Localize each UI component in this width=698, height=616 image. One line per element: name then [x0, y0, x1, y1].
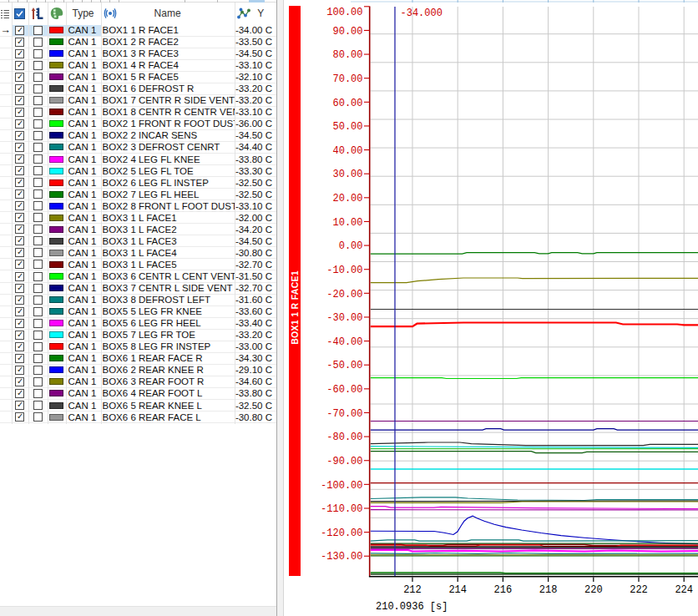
- measure-checkbox[interactable]: [15, 143, 24, 152]
- signal-color-swatch[interactable]: [49, 132, 63, 139]
- signal-color-swatch[interactable]: [49, 85, 63, 92]
- signal-color-swatch[interactable]: [49, 179, 63, 186]
- signal-color-swatch[interactable]: [49, 320, 63, 326]
- display-checkbox[interactable]: [33, 96, 43, 105]
- signal-traces[interactable]: [371, 253, 698, 574]
- display-checkbox[interactable]: [33, 236, 43, 245]
- measure-checkbox[interactable]: [15, 131, 24, 140]
- signal-color-swatch[interactable]: [49, 38, 63, 45]
- display-checkbox[interactable]: [33, 389, 43, 398]
- display-checkbox[interactable]: [33, 38, 43, 47]
- display-checkbox[interactable]: [33, 178, 43, 187]
- signal-color-swatch[interactable]: [49, 308, 63, 315]
- signal-color-swatch[interactable]: [49, 109, 63, 115]
- measure-checkbox[interactable]: [15, 366, 24, 375]
- display-checkbox[interactable]: [33, 354, 43, 363]
- display-checkbox[interactable]: [33, 49, 43, 58]
- measure-checkbox[interactable]: [15, 331, 24, 340]
- measure-checkbox[interactable]: [15, 119, 24, 129]
- measure-checkbox[interactable]: [15, 108, 24, 117]
- display-checkbox[interactable]: [33, 213, 43, 222]
- display-checkbox[interactable]: [33, 131, 43, 140]
- signal-color-swatch[interactable]: [49, 120, 63, 127]
- measure-column-header[interactable]: [12, 3, 28, 25]
- display-checkbox[interactable]: [33, 166, 43, 175]
- display-checkbox[interactable]: [33, 319, 43, 328]
- display-checkbox[interactable]: [33, 295, 43, 305]
- measure-checkbox[interactable]: [15, 49, 24, 58]
- display-checkbox[interactable]: [33, 108, 43, 117]
- display-checkbox[interactable]: [33, 73, 43, 82]
- measure-checkbox[interactable]: [15, 73, 24, 82]
- signal-plot[interactable]: 100.0090.0080.0070.0060.0050.0040.0030.0…: [284, 0, 698, 616]
- signal-color-swatch[interactable]: [49, 378, 63, 385]
- measure-checkbox[interactable]: [15, 260, 24, 269]
- measure-checkbox[interactable]: [15, 401, 24, 410]
- type-column-header[interactable]: Type: [66, 3, 101, 25]
- signal-color-swatch[interactable]: [49, 226, 63, 233]
- row-chooser-header[interactable]: [0, 3, 12, 25]
- display-checkbox[interactable]: [33, 401, 43, 410]
- display-checkbox[interactable]: [33, 143, 43, 152]
- measure-checkbox[interactable]: [15, 201, 24, 210]
- measure-checkbox[interactable]: [15, 284, 24, 293]
- signal-color-swatch[interactable]: [49, 390, 63, 396]
- signal-color-swatch[interactable]: [49, 191, 63, 198]
- measure-checkbox[interactable]: [15, 248, 24, 257]
- signal-color-swatch[interactable]: [49, 296, 63, 303]
- signal-color-swatch[interactable]: [49, 238, 63, 245]
- display-checkbox[interactable]: [33, 307, 43, 316]
- signal-color-swatch[interactable]: [49, 343, 63, 350]
- display-checkbox[interactable]: [33, 272, 43, 281]
- signal-color-swatch[interactable]: [49, 366, 63, 373]
- display-checkbox[interactable]: [33, 201, 43, 210]
- name-column-header[interactable]: Name: [101, 3, 235, 25]
- measure-checkbox[interactable]: [15, 178, 24, 187]
- measure-checkbox[interactable]: [15, 213, 24, 222]
- measure-checkbox[interactable]: [15, 38, 24, 47]
- display-checkbox[interactable]: [33, 366, 43, 375]
- signal-color-swatch[interactable]: [49, 355, 63, 361]
- display-checkbox[interactable]: [33, 284, 43, 293]
- selected-signal-bar[interactable]: BOX1 1 R FACE1: [289, 6, 301, 577]
- measure-checkbox[interactable]: [15, 354, 24, 363]
- display-checkbox[interactable]: [33, 225, 43, 234]
- display-checkbox[interactable]: [33, 26, 43, 35]
- display-checkbox[interactable]: [33, 412, 43, 422]
- measure-checkbox[interactable]: [15, 307, 24, 316]
- display-checkbox[interactable]: [33, 377, 43, 386]
- signal-color-swatch[interactable]: [49, 402, 63, 409]
- measure-checkbox[interactable]: [15, 272, 24, 281]
- measure-checkbox[interactable]: [15, 96, 24, 105]
- measure-checkbox[interactable]: [15, 377, 24, 386]
- display-checkbox[interactable]: [33, 189, 43, 199]
- signal-color-swatch[interactable]: [49, 27, 63, 33]
- signal-color-swatch[interactable]: [49, 285, 63, 291]
- measure-checkbox[interactable]: [15, 412, 24, 422]
- signal-color-swatch[interactable]: [49, 273, 63, 280]
- signal-color-swatch[interactable]: [49, 144, 63, 150]
- measure-checkbox[interactable]: [15, 236, 24, 245]
- signal-color-swatch[interactable]: [49, 331, 63, 338]
- display-checkbox[interactable]: [33, 61, 43, 70]
- display-checkbox[interactable]: [33, 331, 43, 340]
- y-column-header[interactable]: Y: [235, 3, 276, 25]
- display-checkbox[interactable]: [33, 260, 43, 269]
- signal-color-swatch[interactable]: [49, 62, 63, 68]
- signal-color-swatch[interactable]: [49, 250, 63, 256]
- signal-color-swatch[interactable]: [49, 50, 63, 57]
- measure-checkbox[interactable]: [15, 61, 24, 70]
- display-checkbox[interactable]: [33, 248, 43, 257]
- signal-color-swatch[interactable]: [49, 215, 63, 221]
- signal-color-swatch[interactable]: [49, 73, 63, 80]
- table-horizontal-scrollbar[interactable]: [0, 606, 276, 616]
- signal-color-swatch[interactable]: [49, 261, 63, 268]
- measure-checkbox[interactable]: [15, 154, 24, 164]
- measure-checkbox[interactable]: [15, 295, 24, 305]
- measure-checkbox[interactable]: [15, 166, 24, 175]
- display-checkbox[interactable]: [33, 84, 43, 93]
- color-column-header[interactable]: [48, 3, 66, 25]
- measure-checkbox[interactable]: [15, 84, 24, 93]
- measure-checkbox[interactable]: [15, 26, 24, 35]
- signal-color-swatch[interactable]: [49, 156, 63, 163]
